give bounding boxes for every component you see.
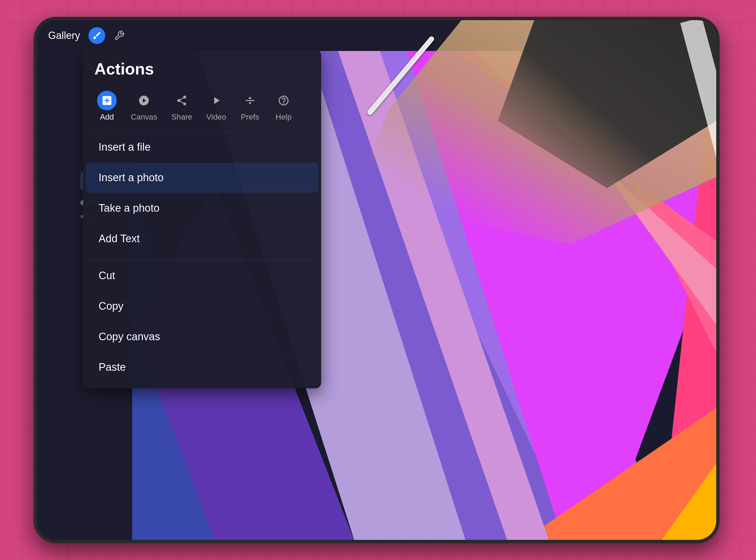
help-tab-label: Help [276, 113, 292, 121]
canvas-tab-label: Canvas [131, 113, 157, 121]
video-tab-icon [206, 91, 226, 110]
wrench-button[interactable] [111, 27, 128, 44]
ipad-screen: Gallery 8 7 6 5 4 3 2 1 [37, 20, 716, 540]
share-tab-label: Share [171, 113, 192, 121]
menu-item-insert-file[interactable]: Insert a file [86, 132, 318, 162]
tab-video[interactable]: Video [201, 88, 232, 124]
svg-point-18 [249, 102, 251, 104]
video-tab-label: Video [206, 113, 226, 121]
tab-prefs[interactable]: Prefs [235, 88, 265, 124]
menu-item-copy[interactable]: Copy [86, 291, 318, 321]
tab-add[interactable]: Add [92, 88, 122, 124]
actions-tabs: Add Canvas [83, 85, 321, 131]
svg-point-17 [249, 97, 251, 99]
tab-share[interactable]: Share [166, 88, 198, 124]
divider-1 [89, 131, 316, 132]
add-tab-label: Add [100, 113, 114, 121]
tab-help[interactable]: Help [268, 88, 299, 124]
gallery-button[interactable]: Gallery [48, 30, 80, 41]
menu-item-add-text[interactable]: Add Text [86, 224, 318, 254]
add-tab-icon [97, 91, 117, 110]
menu-item-take-photo[interactable]: Take a photo [86, 193, 318, 223]
canvas-tab-icon [134, 91, 154, 110]
ipad-device: Gallery 8 7 6 5 4 3 2 1 [34, 17, 720, 543]
actions-title: Actions [83, 49, 321, 85]
share-tab-icon [172, 91, 192, 110]
tab-canvas[interactable]: Canvas [125, 88, 163, 124]
menu-item-cut[interactable]: Cut [86, 261, 318, 291]
svg-rect-15 [245, 100, 255, 101]
prefs-tab-label: Prefs [241, 113, 259, 121]
brush-tool-button[interactable] [88, 27, 105, 44]
help-tab-icon [274, 91, 294, 110]
menu-item-insert-photo[interactable]: Insert a photo [86, 163, 318, 193]
prefs-tab-icon [240, 91, 260, 110]
section-gap [83, 254, 321, 260]
menu-item-copy-canvas[interactable]: Copy canvas [86, 322, 318, 352]
menu-item-paste[interactable]: Paste [86, 352, 318, 382]
actions-panel: Actions Add [83, 49, 321, 388]
top-bar: Gallery [37, 20, 716, 51]
